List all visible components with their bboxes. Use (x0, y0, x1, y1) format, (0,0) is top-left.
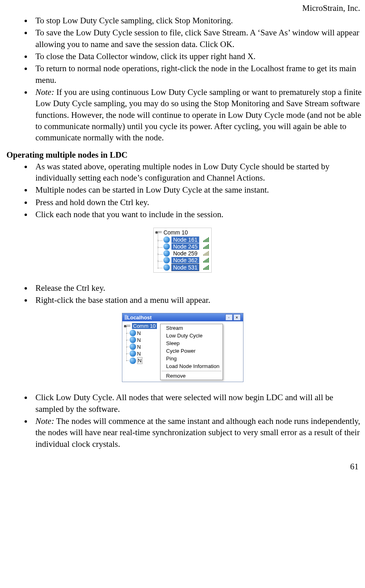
menu-separator (161, 371, 222, 371)
localhost-window: Localhost ▫ × Comm 10 N N N N N Stream (122, 313, 243, 382)
window-tree: Comm 10 N N N N N (124, 323, 157, 364)
menu-item-remove[interactable]: Remove (161, 372, 223, 380)
signal-icon (203, 258, 209, 263)
tree-node-label: N (137, 330, 141, 336)
signal-icon (203, 244, 209, 249)
menu-item-sleep[interactable]: Sleep (161, 339, 223, 347)
list-item: To return to normal node operations, rig… (32, 63, 362, 86)
signal-icon (203, 237, 209, 242)
bullet-list-1: To stop Low Duty Cycle sampling, click S… (3, 15, 362, 144)
close-button[interactable]: × (233, 314, 241, 321)
globe-icon (130, 358, 136, 364)
signal-icon (203, 265, 209, 270)
note-text: If you are using continuous Low Duty Cyc… (35, 87, 362, 142)
grip-icon (125, 315, 126, 320)
tree-node-label: Node 259 (171, 250, 199, 257)
tree-node-row[interactable]: Node 245 (163, 243, 209, 250)
tree-root[interactable]: Comm 10 (155, 229, 209, 236)
tree-node-row[interactable]: N (130, 330, 157, 336)
list-item: Press and hold down the Ctrl key. (32, 197, 362, 208)
tree-node-row[interactable]: N (130, 343, 157, 350)
menu-item-load-node-info[interactable]: Load Node Information (161, 362, 223, 370)
tree-node-row[interactable]: Node 531 (163, 264, 209, 271)
tree-node-label: N (137, 357, 142, 364)
figure-localhost-window: Localhost ▫ × Comm 10 N N N N N Stream (3, 313, 362, 382)
tree-node-row[interactable]: N (130, 357, 157, 364)
menu-item-ping[interactable]: Ping (161, 355, 223, 362)
note-text: The nodes will commence at the same inst… (35, 416, 360, 449)
tree-node-label: N (137, 344, 141, 350)
company-header: MicroStrain, Inc. (3, 3, 362, 13)
globe-icon (130, 350, 136, 357)
page-number: 61 (3, 462, 362, 472)
tree-node-row[interactable]: Node 259 (163, 250, 209, 257)
comm-icon (155, 230, 162, 235)
tree-node-label: N (137, 337, 141, 343)
list-item: To close the Data Collector window, clic… (32, 51, 362, 62)
bullet-list-4: Click Low Duty Cycle. All nodes that wer… (3, 392, 362, 450)
note-label: Note: (35, 416, 54, 426)
list-item: Click each node that you want to include… (32, 209, 362, 220)
menu-item-stream[interactable]: Stream (161, 324, 223, 332)
list-item: Note: If you are using continuous Low Du… (32, 86, 362, 144)
list-item: Note: The nodes will commence at the sam… (32, 415, 362, 450)
tree-node-row[interactable]: Node 362 (163, 257, 209, 263)
signal-icon (203, 251, 209, 256)
list-item: Right-click the base station and a menu … (32, 294, 362, 306)
comm-icon (124, 324, 130, 329)
tree-node-label: N (137, 351, 141, 357)
tree-root-label: Comm 10 (132, 323, 157, 329)
tree-node-label: Node 245 (171, 243, 199, 250)
window-title: Localhost (127, 315, 152, 321)
globe-icon (130, 343, 136, 350)
globe-icon (163, 236, 170, 243)
window-titlebar: Localhost ▫ × (122, 313, 243, 321)
context-menu: Stream Low Duty Cycle Sleep Cycle Power … (160, 324, 223, 380)
section-heading-operating-multiple: Operating multiple nodes in LDC (6, 150, 362, 160)
tree-root-label: Comm 10 (163, 229, 188, 236)
globe-icon (163, 257, 170, 263)
globe-icon (163, 264, 170, 271)
tree-node-row[interactable]: Node 161 (163, 236, 209, 243)
list-item: Multiple nodes can be started in Low Dut… (32, 184, 362, 195)
tree-root[interactable]: Comm 10 (124, 323, 157, 329)
bullet-list-3: Release the Ctrl key. Right-click the ba… (3, 282, 362, 306)
list-item: To stop Low Duty Cycle sampling, click S… (32, 15, 362, 26)
globe-icon (163, 243, 170, 250)
tree-node-label: Node 161 (171, 236, 199, 243)
list-item: Release the Ctrl key. (32, 282, 362, 294)
list-item: To save the Low Duty Cycle session to fi… (32, 27, 362, 50)
tree-box: Comm 10 Node 161 Node 245 Node 259 Node … (153, 228, 212, 273)
menu-item-low-duty-cycle[interactable]: Low Duty Cycle (161, 332, 223, 339)
list-item: As was stated above, operating multiple … (32, 161, 362, 184)
tree-node-row[interactable]: N (130, 350, 157, 357)
menu-item-cycle-power[interactable]: Cycle Power (161, 347, 223, 355)
tree-node-label: Node 531 (171, 264, 199, 271)
bullet-list-2: As was stated above, operating multiple … (3, 161, 362, 220)
globe-icon (163, 250, 170, 257)
tree-node-label: Node 362 (171, 257, 199, 263)
figure-comm-tree: Comm 10 Node 161 Node 245 Node 259 Node … (3, 228, 362, 273)
globe-icon (130, 337, 136, 343)
minimize-button[interactable]: ▫ (225, 314, 233, 321)
tree-node-row[interactable]: N (130, 337, 157, 343)
note-label: Note: (35, 87, 54, 97)
list-item: Click Low Duty Cycle. All nodes that wer… (32, 392, 362, 415)
globe-icon (130, 330, 136, 336)
